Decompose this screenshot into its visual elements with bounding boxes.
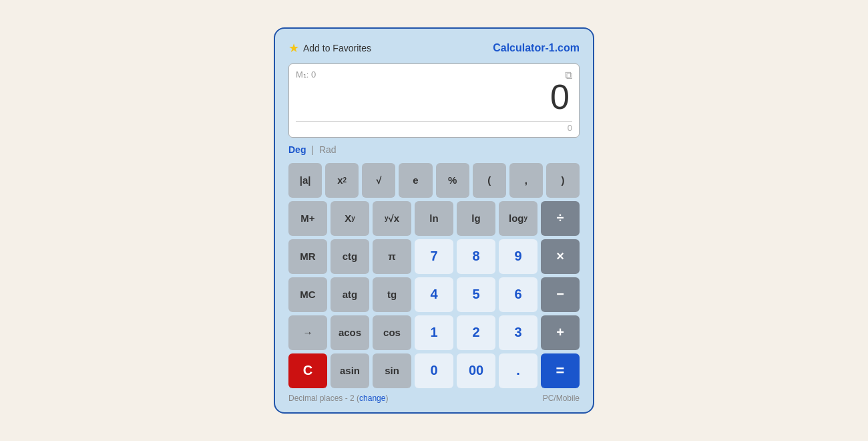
multiply-button[interactable]: × — [541, 239, 580, 274]
power-button[interactable]: Xy — [331, 201, 369, 236]
backspace-button[interactable]: → — [288, 315, 327, 350]
button-row-3: MR ctg π 7 8 9 × — [288, 239, 580, 274]
buttons-grid: |a| x2 √ e % ( , ) M+ Xy y√x ln lg logy … — [288, 163, 580, 388]
change-link[interactable]: change — [359, 394, 385, 403]
close-paren-button[interactable]: ) — [546, 163, 580, 198]
lg-button[interactable]: lg — [457, 201, 495, 236]
clear-button[interactable]: C — [288, 353, 327, 388]
deg-mode-button[interactable]: Deg — [288, 144, 306, 155]
ctg-button[interactable]: ctg — [331, 239, 369, 274]
four-button[interactable]: 4 — [415, 277, 453, 312]
button-row-5: → acos cos 1 2 3 + — [288, 315, 580, 350]
add-favorites-button[interactable]: ★ Add to Favorites — [288, 41, 371, 55]
square-button[interactable]: x2 — [325, 163, 359, 198]
site-title: Calculator-1.com — [493, 42, 580, 54]
comma-button[interactable]: , — [509, 163, 543, 198]
sqrt-button[interactable]: √ — [362, 163, 395, 198]
percent-button[interactable]: % — [436, 163, 469, 198]
platform-label: PC/Mobile — [543, 394, 580, 403]
one-button[interactable]: 1 — [415, 315, 453, 350]
equals-button[interactable]: = — [541, 353, 580, 388]
memory-label: M₁: 0 — [296, 69, 316, 80]
open-paren-button[interactable]: ( — [473, 163, 506, 198]
display-separator — [296, 121, 572, 122]
ln-button[interactable]: ln — [415, 201, 453, 236]
double-zero-button[interactable]: 00 — [457, 353, 495, 388]
header: ★ Add to Favorites Calculator-1.com — [288, 41, 580, 55]
zero-button[interactable]: 0 — [415, 353, 453, 388]
favorites-label: Add to Favorites — [303, 43, 371, 53]
abs-button[interactable]: |a| — [288, 163, 322, 198]
main-display: 0 — [296, 69, 572, 118]
subtract-button[interactable]: − — [541, 277, 580, 312]
atg-button[interactable]: atg — [331, 277, 369, 312]
calculator: ★ Add to Favorites Calculator-1.com M₁: … — [274, 27, 594, 413]
divide-button[interactable]: ÷ — [541, 201, 580, 236]
clipboard-icon[interactable]: ⧉ — [565, 69, 572, 82]
star-icon: ★ — [288, 41, 299, 55]
button-row-4: MC atg tg 4 5 6 − — [288, 277, 580, 312]
cos-button[interactable]: cos — [373, 315, 411, 350]
acos-button[interactable]: acos — [331, 315, 369, 350]
mode-selector: Deg | Rad — [288, 144, 580, 155]
eight-button[interactable]: 8 — [457, 239, 495, 274]
three-button[interactable]: 3 — [499, 315, 537, 350]
five-button[interactable]: 5 — [457, 277, 495, 312]
memory-recall-button[interactable]: MR — [288, 239, 327, 274]
tg-button[interactable]: tg — [373, 277, 411, 312]
secondary-display: 0 — [296, 123, 572, 133]
add-button[interactable]: + — [541, 315, 580, 350]
seven-button[interactable]: 7 — [415, 239, 453, 274]
display-area: M₁: 0 ⧉ 0 0 — [288, 63, 580, 137]
nth-root-button[interactable]: y√x — [373, 201, 411, 236]
six-button[interactable]: 6 — [499, 277, 537, 312]
asin-button[interactable]: asin — [331, 353, 369, 388]
footer: Decimal places - 2 (change) PC/Mobile — [288, 394, 580, 403]
two-button[interactable]: 2 — [457, 315, 495, 350]
decimal-button[interactable]: . — [499, 353, 537, 388]
decimal-places-text: Decimal places - 2 (change) — [288, 394, 388, 403]
memory-clear-button[interactable]: MC — [288, 277, 327, 312]
button-row-6: C asin sin 0 00 . = — [288, 353, 580, 388]
button-row-2: M+ Xy y√x ln lg logy ÷ — [288, 201, 580, 236]
button-row-1: |a| x2 √ e % ( , ) — [288, 163, 580, 198]
nine-button[interactable]: 9 — [499, 239, 537, 274]
pi-button[interactable]: π — [373, 239, 411, 274]
sin-button[interactable]: sin — [373, 353, 411, 388]
memory-plus-button[interactable]: M+ — [288, 201, 327, 236]
logy-button[interactable]: logy — [499, 201, 537, 236]
mode-separator: | — [311, 144, 314, 155]
rad-mode-button[interactable]: Rad — [319, 144, 337, 155]
euler-button[interactable]: e — [399, 163, 432, 198]
